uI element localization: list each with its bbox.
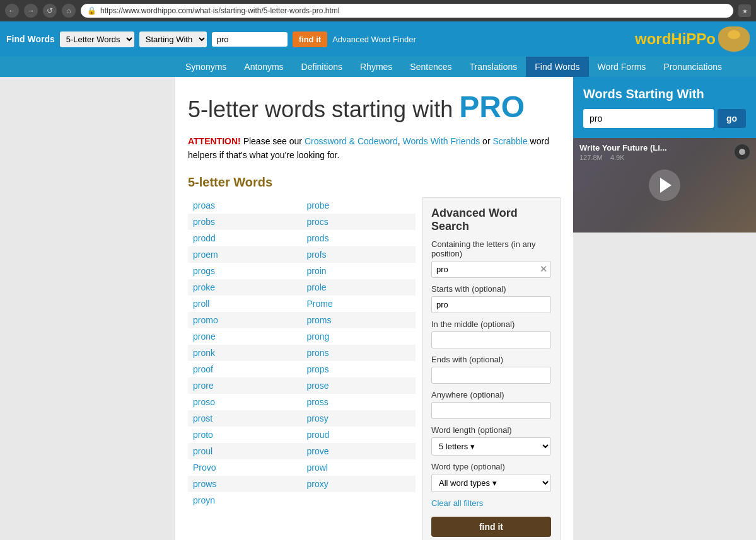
- word-link[interactable]: prose: [307, 381, 329, 391]
- word-link[interactable]: prong: [307, 331, 330, 342]
- crossword-link[interactable]: Crossword & Codeword: [305, 136, 398, 146]
- forward-button[interactable]: →: [24, 4, 38, 18]
- anywhere-input[interactable]: [431, 402, 551, 419]
- video-play-button[interactable]: [649, 169, 680, 201]
- tab-pronunciations[interactable]: Pronunciations: [654, 57, 731, 77]
- word-link[interactable]: prole: [307, 282, 327, 292]
- table-row: progsproin: [188, 263, 416, 279]
- words-starting-go-button[interactable]: go: [718, 109, 746, 128]
- word-link[interactable]: proem: [193, 250, 218, 260]
- word-link[interactable]: prore: [193, 381, 214, 391]
- word-link[interactable]: probe: [307, 200, 330, 210]
- word-link[interactable]: prost: [193, 413, 212, 423]
- word-link[interactable]: profs: [307, 250, 327, 260]
- word-link[interactable]: prosy: [307, 413, 329, 423]
- table-row: proddprods: [188, 230, 416, 246]
- video-channel-icon: [733, 143, 751, 161]
- word-search-input[interactable]: [212, 32, 288, 47]
- advanced-word-finder-link[interactable]: Advanced Word Finder: [332, 35, 416, 44]
- word-link[interactable]: proin: [307, 266, 327, 276]
- word-link[interactable]: prons: [307, 348, 329, 358]
- containing-input-wrapper: ✕: [431, 261, 551, 278]
- home-button[interactable]: ⌂: [62, 4, 76, 18]
- wwf-link[interactable]: Words With Friends: [403, 136, 480, 146]
- advanced-find-it-button[interactable]: find it: [431, 517, 551, 537]
- table-row: proreprose: [188, 377, 416, 394]
- words-starting-input[interactable]: [583, 109, 714, 128]
- word-link[interactable]: props: [307, 364, 329, 374]
- word-link[interactable]: Provo: [193, 462, 216, 473]
- word-link[interactable]: proud: [307, 430, 330, 440]
- word-link[interactable]: pross: [307, 397, 329, 407]
- word-cell: Prome: [302, 296, 416, 312]
- tab-translations[interactable]: Translations: [461, 57, 526, 77]
- table-row: pronkprons: [188, 345, 416, 361]
- word-cell: proas: [188, 197, 302, 214]
- ends-with-label: Ends with (optional): [431, 355, 551, 364]
- letter-count-select[interactable]: 5-Letter Words 2-Letter Words 3-Letter W…: [60, 32, 134, 47]
- word-link[interactable]: prodd: [193, 233, 216, 243]
- top-nav-bar: Find Words 5-Letter Words 2-Letter Words…: [0, 21, 756, 57]
- word-type-select[interactable]: Starting With Ending With Containing: [139, 32, 207, 47]
- tab-word-forms[interactable]: Word Forms: [589, 57, 655, 77]
- tab-antonyms[interactable]: Antonyms: [235, 57, 292, 77]
- word-link[interactable]: proas: [193, 200, 215, 210]
- top-find-it-button[interactable]: find it: [293, 32, 327, 47]
- table-row: prokeprole: [188, 279, 416, 296]
- word-link[interactable]: proyn: [193, 495, 215, 505]
- word-link[interactable]: Prome: [307, 299, 333, 309]
- logo: wordHiPPo: [635, 26, 750, 52]
- middle-input[interactable]: [431, 331, 551, 348]
- word-link[interactable]: proso: [193, 397, 215, 407]
- word-link[interactable]: proke: [193, 282, 215, 292]
- video-widget[interactable]: Write Your Future (Li... 127.8M 4.9K: [573, 138, 756, 233]
- browser-chrome: ← → ↺ ⌂ 🔒 https://www.wordhippo.com/what…: [0, 0, 756, 21]
- containing-label: Containing the letters (in any position): [431, 239, 551, 258]
- word-link[interactable]: procs: [307, 217, 329, 227]
- url-bar[interactable]: 🔒 https://www.wordhippo.com/what-is/star…: [81, 4, 733, 18]
- word-cell: prons: [302, 345, 416, 361]
- word-cell: proud: [302, 427, 416, 443]
- starts-with-input[interactable]: [431, 296, 551, 313]
- word-link[interactable]: prove: [307, 446, 329, 456]
- word-link[interactable]: proms: [307, 315, 332, 325]
- word-link[interactable]: proto: [193, 430, 213, 440]
- word-type-label: Word type (optional): [431, 462, 551, 471]
- left-sidebar: [0, 77, 175, 540]
- word-cell: proms: [302, 312, 416, 328]
- refresh-button[interactable]: ↺: [43, 4, 57, 18]
- word-length-select[interactable]: 5 letters ▾ Any length 2 letters 3 lette…: [431, 437, 551, 456]
- word-cell: proin: [302, 263, 416, 279]
- word-link[interactable]: promo: [193, 315, 218, 325]
- word-link[interactable]: proul: [193, 446, 212, 456]
- section-title: 5-letter Words: [188, 175, 561, 190]
- word-link[interactable]: pronk: [193, 348, 215, 358]
- table-row: prosopross: [188, 394, 416, 410]
- word-link[interactable]: prows: [193, 479, 216, 489]
- word-type-select-adv[interactable]: All word types ▾ Nouns Verbs Adjectives …: [431, 474, 551, 492]
- word-link[interactable]: prowl: [307, 462, 328, 473]
- word-cell: prove: [302, 443, 416, 459]
- word-link[interactable]: progs: [193, 266, 215, 276]
- word-link[interactable]: proxy: [307, 479, 329, 489]
- clear-all-filters-link[interactable]: Clear all filters: [431, 498, 551, 508]
- back-button[interactable]: ←: [5, 4, 19, 18]
- containing-input[interactable]: [431, 261, 551, 278]
- tab-synonyms[interactable]: Synonyms: [177, 57, 235, 77]
- advanced-panel-title: Advanced Word Search: [431, 207, 551, 233]
- word-link[interactable]: prods: [307, 233, 329, 243]
- tab-rhymes[interactable]: Rhymes: [351, 57, 401, 77]
- ends-with-input[interactable]: [431, 367, 551, 384]
- word-link[interactable]: proof: [193, 364, 213, 374]
- tab-find-words[interactable]: Find Words: [526, 57, 588, 77]
- tab-sentences[interactable]: Sentences: [401, 57, 460, 77]
- word-link[interactable]: probs: [193, 217, 215, 227]
- word-cell: prosy: [302, 410, 416, 427]
- word-link[interactable]: proll: [193, 299, 209, 309]
- clear-containing-icon[interactable]: ✕: [540, 265, 547, 273]
- word-cell: pross: [302, 394, 416, 410]
- scrabble-link[interactable]: Scrabble: [492, 136, 527, 146]
- word-link[interactable]: prone: [193, 331, 216, 342]
- tab-definitions[interactable]: Definitions: [293, 57, 351, 77]
- table-row: proofprops: [188, 361, 416, 377]
